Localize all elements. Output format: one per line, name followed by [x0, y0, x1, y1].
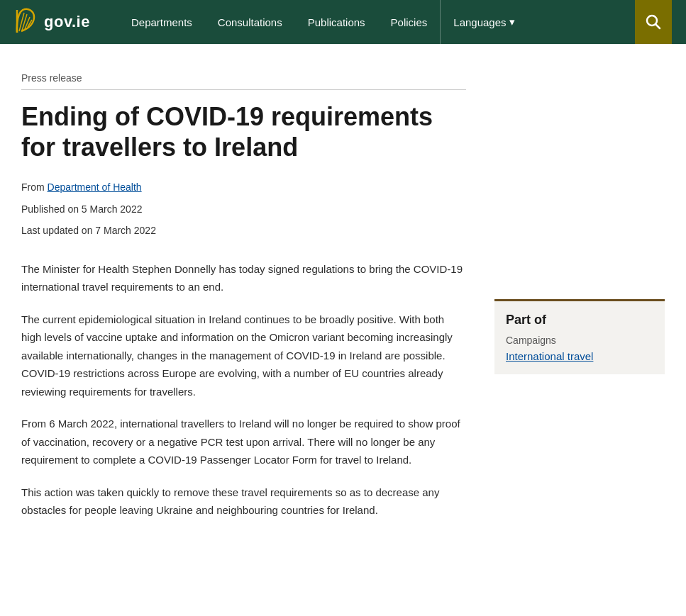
meta-from: From Department of Health — [21, 179, 466, 195]
press-release-label: Press release — [21, 72, 466, 90]
logo-area[interactable]: gov.ie — [14, 7, 90, 38]
nav-policies[interactable]: Policies — [378, 0, 441, 44]
from-label: From — [21, 181, 45, 193]
site-header: gov.ie Departments Consultations Publica… — [0, 0, 686, 44]
search-button[interactable] — [635, 0, 672, 44]
paragraph-3: From 6 March 2022, international travell… — [21, 415, 466, 469]
svg-line-6 — [656, 25, 660, 29]
meta-updated: Last updated on 7 March 2022 — [21, 223, 466, 238]
sidebar: Part of Campaigns International travel — [494, 72, 665, 534]
main-nav: Departments Consultations Publications P… — [118, 0, 635, 44]
nav-publications[interactable]: Publications — [295, 0, 378, 44]
languages-button[interactable]: Languages ▾ — [441, 0, 527, 44]
page-container: Press release Ending of COVID-19 require… — [0, 44, 686, 562]
svg-line-1 — [19, 13, 24, 31]
international-travel-link[interactable]: International travel — [506, 350, 593, 362]
languages-arrow-icon: ▾ — [509, 16, 515, 28]
part-of-title: Part of — [506, 313, 653, 327]
part-of-box: Part of Campaigns International travel — [494, 299, 665, 374]
article-title: Ending of COVID-19 requirements for trav… — [21, 101, 466, 162]
paragraph-2: The current epidemiological situation in… — [21, 310, 466, 401]
article-body: The Minister for Health Stephen Donnelly… — [21, 260, 466, 520]
main-content: Press release Ending of COVID-19 require… — [21, 72, 466, 534]
harp-icon — [14, 7, 37, 38]
search-icon — [646, 14, 661, 30]
part-of-category: Campaigns — [506, 335, 653, 346]
meta-published: Published on 5 March 2022 — [21, 201, 466, 217]
paragraph-1: The Minister for Health Stephen Donnelly… — [21, 260, 466, 296]
nav-departments[interactable]: Departments — [118, 0, 205, 44]
department-link[interactable]: Department of Health — [48, 181, 142, 193]
nav-consultations[interactable]: Consultations — [205, 0, 295, 44]
languages-label: Languages — [453, 16, 506, 28]
paragraph-4: This action was taken quickly to remove … — [21, 483, 466, 520]
site-logo-text: gov.ie — [44, 13, 90, 31]
